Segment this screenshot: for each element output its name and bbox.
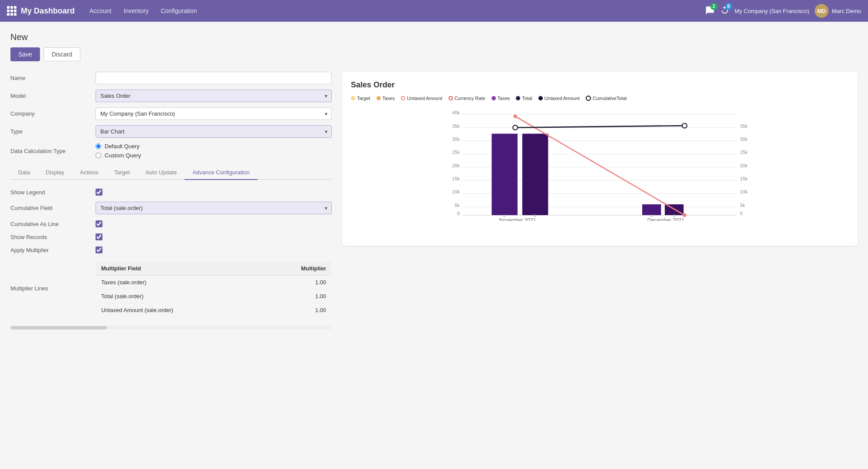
tab-advance-configuration[interactable]: Advance Configuration — [185, 166, 257, 180]
legend-label-untaxed1: Untaxed Amount — [407, 96, 442, 101]
tab-auto-update[interactable]: Auto Update — [138, 166, 185, 180]
legend-dot-untaxed2 — [538, 96, 543, 100]
svg-text:30k: 30k — [452, 136, 460, 142]
mult-col-field: Multiplier Field — [96, 262, 261, 276]
user-menu[interactable]: MD Marc Demo — [815, 4, 861, 18]
svg-text:0: 0 — [503, 213, 506, 218]
menu-account[interactable]: Account — [85, 5, 116, 17]
tab-display[interactable]: Display — [38, 166, 72, 180]
multiplier-lines-label: Multiplier Lines — [10, 285, 89, 292]
menu-inventory[interactable]: Inventory — [119, 5, 153, 17]
legend-target: Target — [351, 96, 370, 101]
type-label: Type — [10, 128, 89, 135]
line-cumulative — [515, 126, 685, 127]
legend-untaxed1: Untaxed Amount — [401, 96, 442, 101]
svg-text:0: 0 — [740, 211, 743, 216]
svg-text:5k: 5k — [455, 203, 460, 208]
discard-button[interactable]: Discard — [43, 47, 80, 61]
user-name: Marc Demo — [832, 8, 861, 14]
bar-nov-taxes — [492, 134, 518, 215]
model-select[interactable]: Sales Order — [96, 90, 332, 102]
legend-label-currency-rate: Currency Rate — [455, 96, 485, 101]
custom-query-radio-label[interactable]: Custom Query — [96, 152, 332, 159]
company-select[interactable]: My Company (San Francisco) — [96, 107, 332, 120]
mult-field-0: Taxes (sale.order) — [96, 276, 261, 289]
updates-badge: 8 — [725, 3, 732, 10]
legend-cumulative-total: CumulativeTotal — [586, 96, 627, 101]
notifications-icon[interactable]: 2 — [705, 6, 715, 17]
legend-dot-taxes2 — [492, 96, 496, 100]
name-label: Name — [10, 75, 89, 81]
default-query-radio[interactable] — [96, 143, 101, 149]
form-grid: Name Model Sales Order Company My Compan… — [10, 72, 332, 159]
svg-text:20k: 20k — [452, 163, 460, 168]
form-chart-row: Name Model Sales Order Company My Compan… — [10, 72, 858, 329]
type-select[interactable]: Bar Chart — [96, 125, 332, 138]
svg-text:15k: 15k — [452, 176, 460, 181]
scrollbar[interactable] — [10, 326, 332, 329]
company-name[interactable]: My Company (San Francisco) — [735, 8, 809, 14]
multiplier-lines-section: Multiplier Field Multiplier Taxes (sale.… — [96, 261, 332, 317]
apply-multiplier-label: Apply Multiplier — [10, 247, 89, 253]
svg-text:35k: 35k — [452, 123, 460, 129]
legend-dot-taxes1 — [376, 96, 381, 100]
grid-icon — [7, 6, 17, 16]
default-query-label: Default Query — [105, 143, 139, 150]
legend-taxes1: Taxes — [376, 96, 395, 101]
custom-query-radio[interactable] — [96, 153, 101, 158]
save-button[interactable]: Save — [10, 47, 40, 61]
name-input[interactable] — [96, 72, 332, 84]
model-select-wrap: Sales Order — [96, 90, 332, 102]
mult-col-multiplier: Multiplier — [261, 262, 332, 276]
table-row: Untaxed Amount (sale.order) 1.00 — [96, 303, 332, 317]
cumulative-as-line-checkbox[interactable] — [96, 220, 102, 227]
legend-label-target: Target — [357, 96, 370, 101]
svg-text:10k: 10k — [452, 189, 460, 194]
btn-row: Save Discard — [10, 47, 858, 61]
legend-label-taxes2: Taxes — [498, 96, 510, 101]
topnav-logo[interactable]: My Dashboard — [7, 6, 75, 16]
topnav-right: 2 8 My Company (San Francisco) MD Marc D… — [705, 4, 861, 18]
updates-icon[interactable]: 8 — [720, 6, 729, 17]
chart-legend: Target Taxes Untaxed Amount Currency Rat… — [351, 96, 849, 101]
show-legend-checkbox[interactable] — [96, 189, 102, 196]
topnav: My Dashboard Account Inventory Configura… — [0, 0, 868, 22]
show-records-checkbox[interactable] — [96, 233, 102, 240]
svg-text:25k: 25k — [452, 150, 460, 155]
legend-taxes2: Taxes — [492, 96, 510, 101]
mult-field-2: Untaxed Amount (sale.order) — [96, 303, 261, 317]
legend-label-taxes1: Taxes — [383, 96, 395, 101]
tabs: Data Display Actions Target Auto Update … — [10, 166, 332, 180]
cumulative-field-select[interactable]: Total (sale.order) — [96, 202, 332, 214]
svg-text:35k: 35k — [740, 123, 748, 129]
show-records-label: Show Records — [10, 234, 89, 240]
notifications-badge: 2 — [710, 3, 717, 10]
legend-label-total: Total — [522, 96, 532, 101]
cumulative-field-select-wrap: Total (sale.order) — [96, 202, 332, 214]
bar-nov-total — [522, 134, 548, 215]
chart-title: Sales Order — [351, 80, 849, 90]
chart-svg: 40k 35k 30k 25k 20k 15k 10k 5k 0 35k 30k… — [351, 108, 849, 221]
legend-dot-currency-rate — [449, 96, 453, 100]
dot-line-end — [683, 213, 686, 217]
tab-data[interactable]: Data — [10, 166, 38, 180]
default-query-radio-label[interactable]: Default Query — [96, 143, 332, 150]
apply-multiplier-checkbox[interactable] — [96, 246, 102, 253]
svg-text:30k: 30k — [740, 136, 748, 142]
svg-text:15k: 15k — [740, 176, 748, 181]
data-calc-label: Data Calculation Type — [10, 148, 89, 154]
menu-configuration[interactable]: Configuration — [156, 5, 201, 17]
chart-section: Sales Order Target Taxes Untaxed Amount — [342, 72, 858, 246]
cumulative-as-line-label: Cumulative As Line — [10, 221, 89, 227]
legend-total: Total — [516, 96, 532, 101]
svg-text:0: 0 — [673, 213, 676, 218]
tab-actions[interactable]: Actions — [72, 166, 106, 180]
chart-container: 40k 35k 30k 25k 20k 15k 10k 5k 0 35k 30k… — [351, 108, 849, 221]
legend-dot-untaxed1 — [401, 96, 405, 100]
company-label: Company — [10, 110, 89, 117]
svg-text:December 2021: December 2021 — [647, 217, 684, 221]
legend-currency-rate: Currency Rate — [449, 96, 485, 101]
show-legend-label: Show Legend — [10, 189, 89, 196]
svg-text:10k: 10k — [740, 189, 748, 194]
tab-target[interactable]: Target — [106, 166, 138, 180]
